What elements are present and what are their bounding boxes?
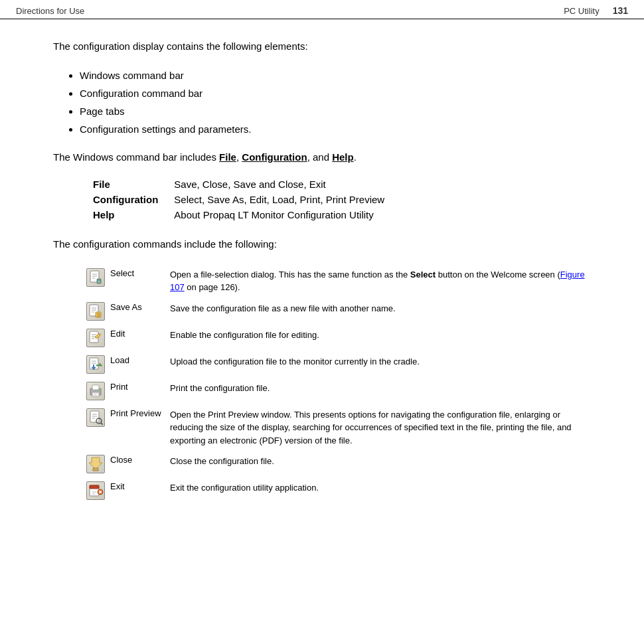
commands-table: + Select Open a file-selection dialog. T… xyxy=(86,264,591,505)
menu-file-name: File xyxy=(93,177,174,192)
cmd-print-preview-label: Print Preview xyxy=(110,404,170,451)
edit-icon xyxy=(86,329,105,347)
svg-rect-38 xyxy=(93,468,98,471)
cmd-saveas-label: Save As xyxy=(110,298,170,325)
svg-rect-27 xyxy=(92,392,99,396)
table-row: File Save, Close, Save and Close, Exit xyxy=(93,177,391,192)
cmd-print-preview-desc: Open the Print Preview window. This pres… xyxy=(170,404,591,451)
intro-paragraph: The configuration display contains the f… xyxy=(53,39,591,54)
cmd-icon-select: + xyxy=(86,264,110,298)
page-number: 131 xyxy=(613,5,628,16)
svg-rect-26 xyxy=(92,385,99,390)
svg-line-36 xyxy=(101,423,102,424)
cmd-close-label: Close xyxy=(110,451,170,477)
menu-configuration-desc: Select, Save As, Edit, Load, Print, Prin… xyxy=(174,192,391,207)
menu-help-desc: About Propaq LT Monitor Configuration Ut… xyxy=(174,207,391,222)
cmd-icon-edit xyxy=(86,325,110,351)
list-item: Page tabs xyxy=(80,102,591,120)
figure-107-link[interactable]: Figure 107 xyxy=(170,270,585,293)
list-item: Windows command bar xyxy=(80,66,591,84)
table-row: + Select Open a file-selection dialog. T… xyxy=(86,264,591,298)
table-row: Exit Exit the configuration utility appl… xyxy=(86,477,591,504)
bullet-list: Windows command bar Configuration comman… xyxy=(80,66,591,138)
print-preview-icon xyxy=(86,408,105,427)
load-icon xyxy=(86,355,105,374)
svg-text:+: + xyxy=(98,280,100,283)
header-right: PC Utility 131 xyxy=(564,5,628,16)
print-icon xyxy=(86,382,105,400)
header-left-label: Directions for Use xyxy=(16,6,84,16)
table-row: Configuration Select, Save As, Edit, Loa… xyxy=(93,192,391,207)
svg-text:S: S xyxy=(97,312,100,317)
list-item: Configuration settings and parameters. xyxy=(80,120,591,138)
cmd-saveas-desc: Save the configuration file as a new fil… xyxy=(170,298,591,325)
cmd-icon-load xyxy=(86,351,110,378)
cmd-icon-print xyxy=(86,378,110,404)
cmd-icon-print-preview xyxy=(86,404,110,451)
svg-marker-21 xyxy=(100,363,102,366)
menu-file-desc: Save, Close, Save and Close, Exit xyxy=(174,177,391,192)
cmd-icon-saveas: S xyxy=(86,298,110,325)
cmd-select-label: Select xyxy=(110,264,170,298)
commands-intro-paragraph: The configuration commands include the f… xyxy=(53,237,591,252)
cmd-load-label: Load xyxy=(110,351,170,378)
svg-rect-40 xyxy=(90,485,99,489)
cmd-select-desc: Open a file-selection dialog. This has t… xyxy=(170,264,591,298)
cmd-print-label: Print xyxy=(110,378,170,404)
page-header: Directions for Use PC Utility 131 xyxy=(0,0,644,19)
menu-configuration-name: Configuration xyxy=(93,192,174,207)
svg-marker-37 xyxy=(89,457,102,469)
cmd-close-desc: Close the configuration file. xyxy=(170,451,591,477)
table-row: Print Preview Open the Print Preview win… xyxy=(86,404,591,451)
cmd-icon-close xyxy=(86,451,110,477)
windows-bar-paragraph: The Windows command bar includes File, C… xyxy=(53,150,591,165)
help-menu-label: Help xyxy=(332,151,354,163)
menu-table: File Save, Close, Save and Close, Exit C… xyxy=(93,177,391,222)
table-row: Edit Enable the configuration file for e… xyxy=(86,325,591,351)
table-row: Help About Propaq LT Monitor Configurati… xyxy=(93,207,391,222)
table-row: Print Print the configuration file. xyxy=(86,378,591,404)
cmd-print-desc: Print the configuration file. xyxy=(170,378,591,404)
cmd-edit-label: Edit xyxy=(110,325,170,351)
configuration-menu-label: Configuration xyxy=(242,151,307,163)
table-row: Load Upload the configuration file to th… xyxy=(86,351,591,378)
exit-icon xyxy=(86,481,105,500)
close-icon xyxy=(86,455,105,473)
header-section-label: PC Utility xyxy=(564,6,599,16)
svg-rect-22 xyxy=(96,364,100,366)
table-row: S Save As Save the configuration file as… xyxy=(86,298,591,325)
save-as-icon: S xyxy=(86,302,105,321)
list-item: Configuration command bar xyxy=(80,84,591,102)
cmd-exit-label: Exit xyxy=(110,477,170,504)
table-row: Close Close the configuration file. xyxy=(86,451,591,477)
cmd-exit-desc: Exit the configuration utility applicati… xyxy=(170,477,591,504)
file-menu-label: File xyxy=(219,151,236,163)
cmd-edit-desc: Enable the configuration file for editin… xyxy=(170,325,591,351)
main-content: The configuration display contains the f… xyxy=(0,19,644,530)
menu-help-name: Help xyxy=(93,207,174,222)
svg-point-30 xyxy=(98,389,100,390)
select-icon: + xyxy=(86,268,105,287)
cmd-load-desc: Upload the configuration file to the mon… xyxy=(170,351,591,378)
cmd-icon-exit xyxy=(86,477,110,504)
windows-bar-text-1: The Windows command bar includes xyxy=(53,151,219,163)
